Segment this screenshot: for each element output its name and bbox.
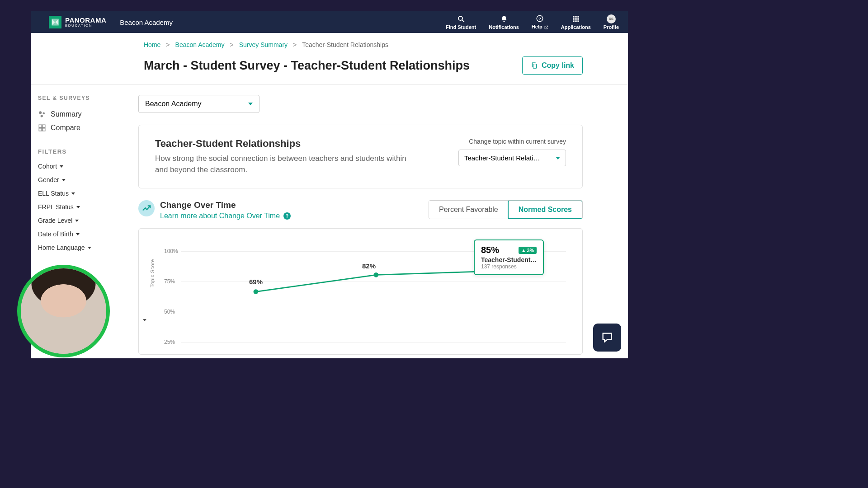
chart-tooltip: 85% ▲3% Teacher-Student… 137 responses [474, 239, 544, 275]
sidebar-item-summary[interactable]: Summary [38, 108, 127, 121]
svg-rect-6 [577, 16, 579, 17]
svg-rect-18 [42, 125, 45, 127]
topbar: PANORAMA EDUCATION Beacon Academy Find S… [31, 11, 628, 33]
chevron-down-icon [60, 165, 63, 168]
svg-point-21 [254, 290, 259, 295]
svg-rect-17 [39, 125, 42, 127]
filter-frpl-status[interactable]: FRPL Status [38, 200, 127, 214]
svg-line-1 [462, 20, 464, 22]
change-topic-label: Change topic within current survey [458, 138, 566, 145]
topic-select[interactable]: Teacher-Student Relati… [458, 150, 566, 166]
avatar: SS [607, 14, 616, 23]
svg-rect-5 [575, 16, 576, 17]
profile-button[interactable]: SS Profile [604, 15, 619, 30]
change-over-time-title: Change Over Time [160, 200, 291, 210]
tooltip-topic: Teacher-Student… [481, 256, 537, 263]
chevron-down-icon [248, 103, 253, 105]
topic-card: Teacher-Student Relationships How strong… [138, 125, 583, 188]
filter-ell-status[interactable]: ELL Status [38, 187, 127, 200]
svg-rect-4 [573, 16, 574, 17]
main-content: Beacon Academy Teacher-Student Relations… [135, 85, 628, 358]
y-axis-label: Topic Score [150, 259, 155, 287]
svg-rect-11 [575, 20, 576, 22]
chevron-down-icon [71, 192, 75, 195]
brand-logo[interactable]: PANORAMA EDUCATION [49, 16, 106, 28]
search-icon [457, 15, 465, 23]
brand-sub: EDUCATION [65, 23, 106, 28]
breadcrumb-summary[interactable]: Survey Summary [239, 41, 288, 48]
filter-cohort[interactable]: Cohort [38, 160, 127, 173]
copy-icon [531, 61, 538, 70]
tooltip-percent: 85% [481, 245, 499, 255]
help-button[interactable]: ? Help [532, 14, 548, 29]
notifications-button[interactable]: Notifications [489, 15, 519, 30]
filter-gender[interactable]: Gender [38, 173, 127, 187]
chevron-down-icon [75, 220, 79, 222]
svg-rect-20 [42, 128, 45, 131]
breadcrumb-school[interactable]: Beacon Academy [175, 41, 225, 48]
topic-title: Teacher-Student Relationships [155, 138, 408, 150]
svg-point-14 [39, 111, 42, 114]
filter-date-of-birth[interactable]: Date of Birth [38, 227, 127, 241]
copy-link-button[interactable]: Copy link [522, 56, 583, 75]
chevron-down-icon [556, 157, 560, 160]
presenter-webcam [17, 265, 110, 357]
sidebar-item-compare[interactable]: Compare [38, 121, 127, 135]
breadcrumb-home[interactable]: Home [144, 41, 160, 48]
view-toggle: Percent Favorable Normed Scores [429, 200, 583, 219]
toggle-normed-scores[interactable]: Normed Scores [508, 200, 583, 219]
chevron-down-icon [76, 233, 80, 235]
summary-icon [38, 110, 46, 118]
page-title: March - Student Survey - Teacher-Student… [144, 59, 470, 73]
school-select[interactable]: Beacon Academy [138, 95, 259, 113]
help-tooltip-icon[interactable]: ? [283, 212, 291, 220]
header-school-name[interactable]: Beacon Academy [120, 19, 173, 26]
toggle-percent-favorable[interactable]: Percent Favorable [429, 201, 508, 219]
filter-home-language[interactable]: Home Language [38, 241, 127, 254]
chevron-down-icon [76, 206, 80, 208]
find-student-button[interactable]: Find Student [446, 15, 476, 30]
svg-text:?: ? [538, 16, 541, 21]
svg-rect-7 [573, 18, 574, 19]
help-icon: ? [536, 14, 544, 23]
learn-more-link[interactable]: Learn more about Change Over Time ? [160, 212, 291, 220]
bell-icon [500, 15, 508, 23]
svg-rect-8 [575, 18, 576, 19]
filters-label: FILTERS [38, 148, 127, 155]
svg-rect-19 [39, 128, 42, 131]
trend-icon [138, 200, 155, 216]
svg-rect-10 [573, 20, 574, 22]
svg-point-16 [41, 115, 43, 117]
topic-description: How strong the social connection is betw… [155, 153, 408, 175]
applications-button[interactable]: Applications [561, 15, 591, 30]
apps-grid-icon [572, 15, 580, 23]
page-header: Home > Beacon Academy > Survey Summary >… [31, 33, 628, 85]
compare-icon [38, 124, 46, 132]
sidebar-section-label: SEL & SURVEYS [38, 95, 127, 101]
svg-rect-9 [577, 18, 579, 19]
tooltip-delta: ▲3% [519, 247, 537, 254]
chat-button[interactable] [593, 324, 621, 352]
data-point-label: 69% [249, 278, 263, 286]
brand-name: PANORAMA [65, 17, 106, 23]
svg-point-0 [458, 16, 462, 20]
chat-icon [601, 331, 613, 344]
svg-rect-13 [533, 64, 536, 68]
chevron-down-icon [88, 247, 91, 249]
chevron-down-icon [62, 179, 66, 181]
logo-icon [49, 16, 61, 28]
change-over-time-chart: Topic Score 100% 75% 50% 25% 69% 82% [138, 228, 583, 355]
svg-point-22 [374, 272, 379, 277]
breadcrumb: Home > Beacon Academy > Survey Summary >… [31, 41, 628, 48]
tooltip-responses: 137 responses [481, 263, 537, 270]
filter-grade-level[interactable]: Grade Level [38, 214, 127, 227]
breadcrumb-current: Teacher-Student Relationships [302, 41, 388, 48]
data-point-label: 82% [362, 262, 376, 270]
svg-rect-12 [577, 20, 579, 22]
svg-point-15 [43, 113, 45, 115]
